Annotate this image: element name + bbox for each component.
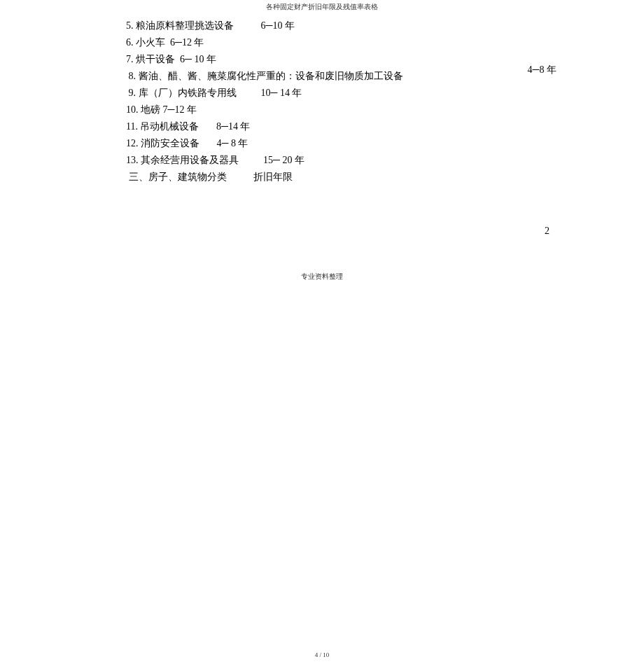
item-13: 13. 其余经营用设备及器具 15─ 20 年 <box>126 152 644 169</box>
footer-note: 专业资料整理 <box>0 272 644 282</box>
item-8-right: 4─8 年 <box>528 64 556 76</box>
item-9: 9. 库（厂）内铁路专用线 10─ 14 年 <box>126 85 644 102</box>
page-number: 4 / 10 <box>0 651 644 658</box>
page-marker: 2 <box>545 226 550 237</box>
header-title: 各种固定财产折旧年限及残值率表格 <box>0 0 644 12</box>
section-3: 三、房子、建筑物分类 折旧年限 <box>126 169 644 186</box>
item-10: 10. 地磅 7─12 年 <box>126 102 644 118</box>
document-content: 5. 粮油原料整理挑选设备 6─10 年 6. 小火车 6─12 年 7. 烘干… <box>0 12 644 186</box>
item-11: 11. 吊动机械设备 8─14 年 <box>126 118 644 135</box>
item-7: 7. 烘干设备 6─ 10 年 <box>126 51 644 68</box>
item-8-left: 8. 酱油、醋、酱、腌菜腐化性严重的：设备和废旧物质加工设备 <box>126 68 644 85</box>
item-5: 5. 粮油原料整理挑选设备 6─10 年 <box>126 18 644 34</box>
item-6: 6. 小火车 6─12 年 <box>126 34 644 51</box>
item-12: 12. 消防安全设备 4─ 8 年 <box>126 135 644 152</box>
